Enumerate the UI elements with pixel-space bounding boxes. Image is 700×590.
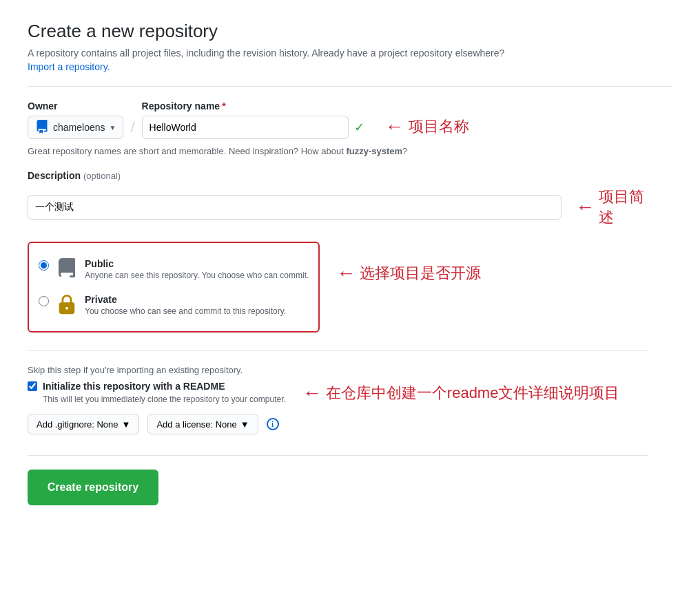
page-title: Create a new repository: [28, 21, 672, 42]
repo-name-label: Repository name*: [142, 101, 364, 112]
owner-chevron-icon: ▼: [110, 124, 116, 131]
repo-name-annotation: ← 项目名称: [385, 116, 469, 138]
required-star: *: [222, 101, 225, 112]
public-option: Public Anyone can see this repository. Y…: [39, 253, 309, 286]
owner-label: Owner: [28, 101, 123, 112]
description-input[interactable]: [28, 195, 562, 220]
red-arrow-desc-icon: ←: [575, 196, 595, 218]
red-arrow-visibility-icon: ←: [336, 262, 356, 284]
readme-annotation: ← 在仓库中创建一个readme文件详细说明项目: [302, 382, 620, 404]
hint-text: Great repository names are short and mem…: [28, 146, 648, 156]
create-repo-form: Owner chameloens ▼ / Repository name* ✓ …: [28, 101, 648, 505]
dropdowns-row: Add .gitignore: None ▼ Add a license: No…: [28, 414, 648, 434]
annotation-repo-name: 项目名称: [409, 116, 469, 137]
slash-separator: /: [123, 116, 141, 139]
public-radio[interactable]: [39, 260, 49, 271]
description-label: Description (optional): [28, 170, 121, 181]
license-chevron-icon: ▼: [240, 419, 249, 430]
owner-group: Owner chameloens ▼: [28, 101, 123, 139]
public-content: Public Anyone can see this repository. Y…: [85, 258, 309, 280]
section-divider-2: [28, 350, 648, 351]
repo-name-group: Repository name* ✓: [142, 101, 364, 139]
import-link[interactable]: Import a repository.: [28, 61, 110, 72]
optional-text: (optional): [83, 171, 121, 181]
gitignore-chevron-icon: ▼: [122, 419, 131, 430]
check-icon: ✓: [354, 120, 364, 135]
section-divider: [28, 86, 672, 87]
section-divider-3: [28, 455, 648, 456]
readme-section: Initialize this repository with a README…: [28, 381, 286, 414]
red-arrow-readme-icon: ←: [302, 382, 322, 404]
readme-row: Initialize this repository with a README…: [28, 381, 648, 414]
info-icon[interactable]: i: [267, 418, 279, 430]
gitignore-dropdown[interactable]: Add .gitignore: None ▼: [28, 414, 139, 434]
public-desc: Anyone can see this repository. You choo…: [85, 271, 309, 280]
subtitle-text: A repository contains all project files,…: [28, 48, 672, 59]
private-icon: [56, 294, 78, 316]
public-icon: [56, 258, 78, 280]
readme-label: Initialize this repository with a README: [43, 381, 225, 392]
description-annotation: ← 项目简述: [575, 187, 648, 228]
readme-desc: This will let you immediately clone the …: [43, 394, 286, 404]
private-option: Private You choose who can see and commi…: [39, 288, 309, 322]
readme-checkbox-row: Initialize this repository with a README: [28, 381, 286, 392]
annotation-visibility: 选择项目是否开源: [360, 263, 481, 284]
license-dropdown[interactable]: Add a license: None ▼: [147, 414, 258, 434]
readme-checkbox[interactable]: [28, 381, 37, 391]
visibility-box: Public Anyone can see this repository. Y…: [28, 242, 320, 333]
visibility-row: Public Anyone can see this repository. Y…: [28, 242, 648, 337]
owner-select[interactable]: chameloens ▼: [28, 116, 123, 139]
private-content: Private You choose who can see and commi…: [85, 294, 309, 316]
repo-name-input[interactable]: [142, 116, 349, 139]
owner-name: chameloens: [53, 122, 105, 133]
annotation-readme: 在仓库中创建一个readme文件详细说明项目: [326, 383, 620, 403]
annotation-description: 项目简述: [599, 187, 648, 228]
public-label: Public: [85, 258, 309, 269]
private-desc: You choose who can see and commit to thi…: [85, 306, 309, 316]
owner-icon: [35, 120, 49, 136]
description-row: ← 项目简述: [28, 187, 648, 228]
red-arrow-icon: ←: [385, 116, 404, 138]
visibility-annotation: ← 选择项目是否开源: [336, 262, 481, 284]
description-section: Description (optional): [28, 170, 648, 181]
create-repository-button[interactable]: Create repository: [28, 470, 158, 505]
skip-text: Skip this step if you're importing an ex…: [28, 365, 648, 375]
private-radio[interactable]: [39, 296, 49, 306]
private-label: Private: [85, 294, 309, 305]
suggestion-text: fuzzy-system: [346, 146, 402, 156]
